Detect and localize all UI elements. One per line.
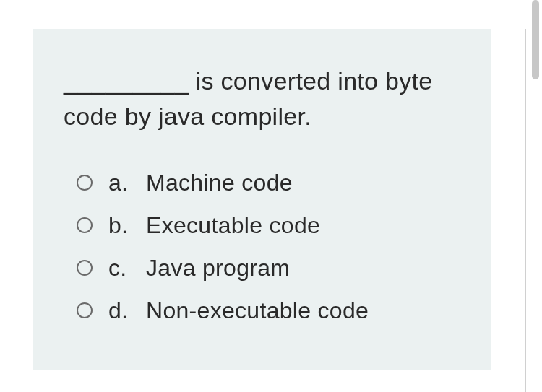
scrollbar-track[interactable] — [528, 0, 542, 392]
radio-icon — [77, 302, 93, 318]
option-text: Executable code — [146, 212, 320, 239]
content-wrapper: _________ is converted into byte code by… — [0, 29, 526, 392]
option-letter: c. — [108, 255, 146, 282]
option-c[interactable]: c. Java program — [77, 255, 461, 282]
radio-icon — [77, 217, 93, 233]
option-text: Machine code — [146, 170, 293, 196]
radio-icon — [77, 260, 93, 276]
option-letter: a. — [108, 170, 146, 196]
question-text: _________ is converted into byte code by… — [64, 64, 461, 135]
question-card: _________ is converted into byte code by… — [33, 29, 491, 370]
option-a[interactable]: a. Machine code — [77, 170, 461, 196]
option-text: Non-executable code — [146, 297, 369, 324]
scrollbar-thumb[interactable] — [532, 0, 539, 79]
option-text: Java program — [146, 255, 290, 282]
option-letter: b. — [108, 212, 146, 239]
options-list: a. Machine code b. Executable code c. Ja… — [64, 170, 461, 324]
option-d[interactable]: d. Non-executable code — [77, 297, 461, 324]
option-letter: d. — [108, 297, 146, 324]
radio-icon — [77, 175, 93, 191]
option-b[interactable]: b. Executable code — [77, 212, 461, 239]
